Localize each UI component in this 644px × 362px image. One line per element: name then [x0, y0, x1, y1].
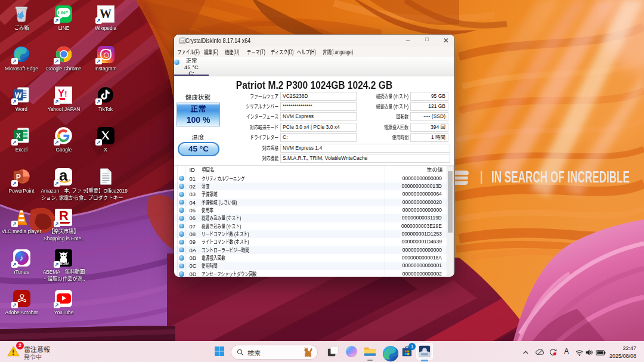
svg-text:IN SEARCH OF INCREDIBLE: IN SEARCH OF INCREDIBLE — [491, 168, 630, 186]
